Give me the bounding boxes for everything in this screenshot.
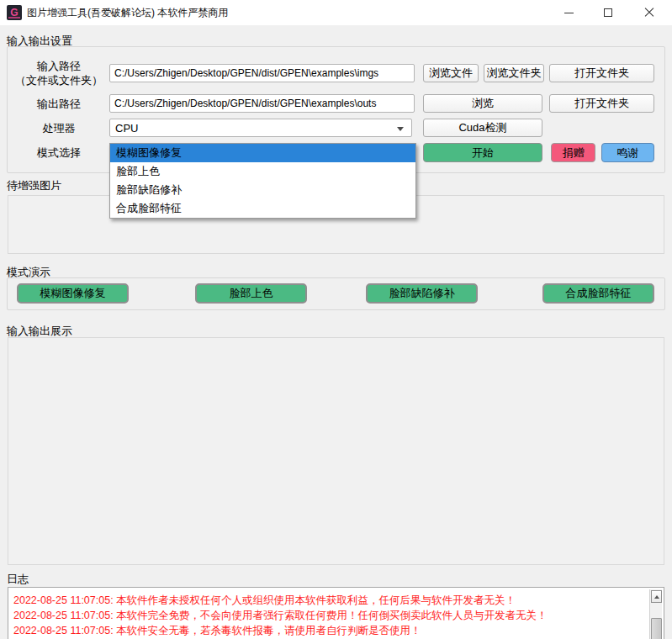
close-button[interactable] (630, 0, 669, 25)
minimize-icon (564, 13, 574, 13)
mode-dropdown-popup: 模糊图像修复 脸部上色 脸部缺陷修补 合成脸部特征 (109, 143, 416, 219)
browse-file-button[interactable]: 浏览文件 (423, 64, 479, 82)
dropdown-option-face-inpainting[interactable]: 脸部缺陷修补 (110, 181, 415, 199)
output-path-label: 输出路径 (12, 97, 106, 111)
minimize-button[interactable] (549, 0, 588, 25)
close-icon (644, 8, 654, 18)
thanks-button[interactable]: 鸣谢 (601, 143, 654, 162)
input-path-label-line1: 输入路径 (12, 59, 106, 73)
log-entry: 2022-08-25 11:07:05: 本软件作者未授权任何个人或组织使用本软… (13, 593, 645, 608)
window-title: 图片增强工具(吾爱破解论坛) 本软件严禁商用 (27, 0, 228, 25)
input-path-field[interactable] (109, 64, 415, 82)
log-title: 日志 (7, 572, 29, 587)
processor-selected-value: CPU (115, 122, 138, 135)
log-scrollbar[interactable] (649, 589, 662, 639)
open-output-folder-button[interactable]: 打开文件夹 (549, 94, 654, 113)
dropdown-option-blur-restore[interactable]: 模糊图像修复 (110, 144, 415, 162)
io-display-panel (8, 337, 664, 565)
donate-button[interactable]: 捐赠 (551, 143, 595, 162)
output-path-field[interactable] (109, 94, 415, 113)
scrollbar-thumb[interactable] (651, 618, 662, 639)
pending-images-title: 待增强图片 (7, 178, 61, 193)
input-path-label-line2: （文件或文件夹） (12, 73, 106, 87)
start-button[interactable]: 开始 (423, 143, 542, 162)
scroll-up-icon (654, 595, 659, 599)
browse-output-button[interactable]: 浏览 (423, 94, 542, 113)
demo-face-synthesis-button[interactable]: 合成脸部特征 (542, 283, 654, 304)
scroll-up-button[interactable] (651, 590, 662, 603)
app-window: G 图片增强工具(吾爱破解论坛) 本软件严禁商用 输入输出设置 输入路径 （文件… (0, 0, 672, 639)
open-input-folder-button[interactable]: 打开文件夹 (549, 64, 654, 82)
titlebar: G 图片增强工具(吾爱破解论坛) 本软件严禁商用 (0, 0, 672, 25)
dropdown-option-face-colorize[interactable]: 脸部上色 (110, 162, 415, 181)
maximize-button[interactable] (589, 0, 627, 25)
log-lines: 2022-08-25 11:07:05: 本软件作者未授权任何个人或组织使用本软… (13, 593, 645, 638)
demo-face-colorize-button[interactable]: 脸部上色 (195, 283, 307, 304)
log-box: 2022-08-25 11:07:05: 本软件作者未授权任何个人或组织使用本软… (8, 587, 664, 639)
app-icon: G (7, 5, 22, 20)
demo-face-inpainting-button[interactable]: 脸部缺陷修补 (366, 283, 478, 304)
mode-select-label: 模式选择 (12, 145, 106, 160)
processor-label: 处理器 (12, 121, 106, 135)
log-entry: 2022-08-25 11:07:05: 本软件安全无毒，若杀毒软件报毒，请使用… (13, 623, 645, 638)
maximize-icon (604, 8, 612, 17)
log-entry: 2022-08-25 11:07:05: 本软件完全免费，不会向使用者强行索取任… (13, 608, 645, 623)
chevron-down-icon (397, 127, 404, 131)
browse-folder-button[interactable]: 浏览文件夹 (484, 64, 544, 82)
demo-blur-restore-button[interactable]: 模糊图像修复 (17, 283, 129, 304)
processor-combobox[interactable]: CPU (109, 119, 412, 137)
input-path-label: 输入路径 （文件或文件夹） (12, 59, 106, 87)
dropdown-option-face-synthesis[interactable]: 合成脸部特征 (110, 199, 415, 218)
cuda-check-button[interactable]: Cuda检测 (423, 119, 542, 137)
